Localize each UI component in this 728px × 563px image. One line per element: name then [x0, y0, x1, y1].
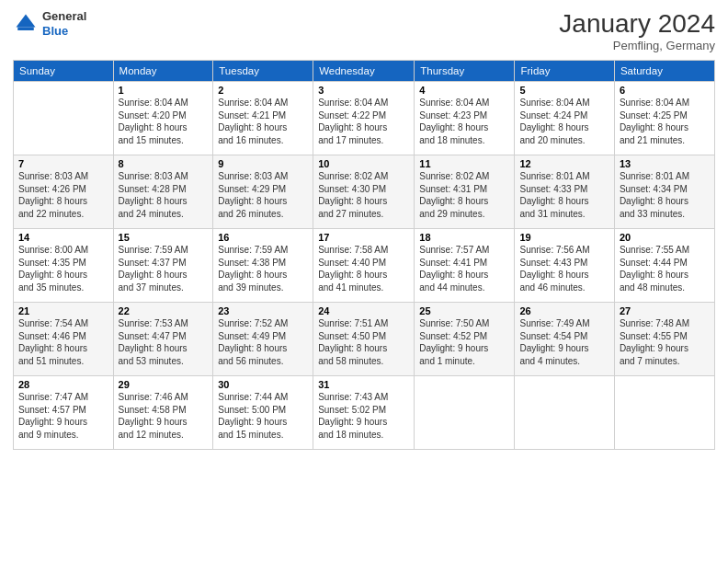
daylight-minutes: and 46 minutes.	[519, 282, 609, 294]
daylight-hours: Daylight: 8 hours	[218, 121, 308, 134]
daylight-hours: Daylight: 8 hours	[18, 342, 108, 355]
daylight-hours: Daylight: 8 hours	[119, 121, 209, 134]
daylight-minutes: and 44 minutes.	[419, 282, 509, 294]
title-section: January 2024 Pemfling, Germany	[559, 9, 715, 52]
day-info: Sunrise: 7:46 AMSunset: 4:58 PMDaylight:…	[119, 391, 209, 441]
sunset-text: Sunset: 4:38 PM	[218, 257, 308, 270]
daylight-minutes: and 4 minutes.	[519, 355, 609, 368]
day-number: 14	[18, 232, 108, 243]
header: General Blue January 2024 Pemfling, Germ…	[13, 9, 715, 52]
day-number: 8	[119, 158, 209, 169]
sunset-text: Sunset: 4:46 PM	[18, 330, 108, 343]
sunrise-text: Sunrise: 7:56 AM	[519, 244, 609, 257]
sunset-text: Sunset: 4:33 PM	[519, 183, 609, 196]
day-cell: 14Sunrise: 8:00 AMSunset: 4:35 PMDayligh…	[14, 229, 114, 303]
daylight-minutes: and 18 minutes.	[318, 429, 409, 442]
day-info: Sunrise: 8:04 AMSunset: 4:21 PMDaylight:…	[218, 97, 308, 146]
day-number: 20	[620, 232, 710, 243]
sunrise-text: Sunrise: 7:49 AM	[519, 317, 609, 330]
sunset-text: Sunset: 4:43 PM	[519, 257, 609, 270]
sunrise-text: Sunrise: 8:03 AM	[18, 170, 108, 183]
week-row-2: 14Sunrise: 8:00 AMSunset: 4:35 PMDayligh…	[14, 229, 715, 303]
day-cell: 13Sunrise: 8:01 AMSunset: 4:34 PMDayligh…	[614, 155, 714, 229]
day-info: Sunrise: 7:43 AMSunset: 5:02 PMDaylight:…	[318, 391, 409, 441]
daylight-minutes: and 1 minute.	[419, 355, 509, 368]
daylight-hours: Daylight: 8 hours	[119, 269, 209, 282]
daylight-hours: Daylight: 9 hours	[18, 416, 108, 429]
day-cell: 12Sunrise: 8:01 AMSunset: 4:33 PMDayligh…	[515, 155, 614, 229]
logo-general: General	[42, 9, 86, 24]
day-cell	[614, 376, 714, 450]
day-info: Sunrise: 8:04 AMSunset: 4:20 PMDaylight:…	[119, 97, 209, 146]
daylight-hours: Daylight: 9 hours	[519, 342, 609, 355]
day-number: 3	[318, 85, 409, 96]
day-info: Sunrise: 8:02 AMSunset: 4:31 PMDaylight:…	[419, 170, 509, 220]
sunset-text: Sunset: 4:31 PM	[419, 183, 509, 196]
day-cell: 20Sunrise: 7:55 AMSunset: 4:44 PMDayligh…	[614, 229, 714, 303]
sunset-text: Sunset: 4:20 PM	[119, 109, 209, 122]
sunset-text: Sunset: 4:23 PM	[419, 109, 509, 122]
day-info: Sunrise: 8:01 AMSunset: 4:34 PMDaylight:…	[620, 170, 710, 220]
sunset-text: Sunset: 4:37 PM	[119, 257, 209, 270]
daylight-minutes: and 26 minutes.	[218, 208, 308, 221]
day-number: 13	[620, 158, 710, 169]
sunset-text: Sunset: 4:57 PM	[18, 404, 108, 417]
daylight-hours: Daylight: 8 hours	[419, 195, 509, 208]
day-cell: 27Sunrise: 7:48 AMSunset: 4:55 PMDayligh…	[614, 303, 714, 376]
calendar-table: SundayMondayTuesdayWednesdayThursdayFrid…	[13, 60, 715, 450]
day-info: Sunrise: 8:04 AMSunset: 4:23 PMDaylight:…	[419, 97, 509, 146]
logo-text: General Blue	[42, 9, 86, 38]
daylight-minutes: and 37 minutes.	[119, 282, 209, 294]
daylight-minutes: and 22 minutes.	[18, 208, 108, 221]
day-info: Sunrise: 8:03 AMSunset: 4:29 PMDaylight:…	[218, 170, 308, 220]
day-cell: 3Sunrise: 8:04 AMSunset: 4:22 PMDaylight…	[313, 82, 415, 155]
week-row-3: 21Sunrise: 7:54 AMSunset: 4:46 PMDayligh…	[14, 303, 715, 376]
svg-rect-1	[17, 27, 34, 30]
daylight-minutes: and 16 minutes.	[218, 134, 308, 147]
daylight-hours: Daylight: 8 hours	[519, 269, 609, 282]
day-info: Sunrise: 7:57 AMSunset: 4:41 PMDaylight:…	[419, 244, 509, 293]
daylight-minutes: and 7 minutes.	[620, 355, 710, 368]
col-header-wednesday: Wednesday	[313, 61, 415, 82]
sunset-text: Sunset: 4:41 PM	[419, 257, 509, 270]
day-number: 25	[419, 305, 509, 316]
sunrise-text: Sunrise: 8:04 AM	[318, 97, 409, 109]
day-number: 30	[218, 379, 308, 390]
day-info: Sunrise: 7:48 AMSunset: 4:55 PMDaylight:…	[620, 317, 710, 367]
day-info: Sunrise: 7:55 AMSunset: 4:44 PMDaylight:…	[620, 244, 710, 293]
daylight-minutes: and 29 minutes.	[419, 208, 509, 221]
week-row-1: 7Sunrise: 8:03 AMSunset: 4:26 PMDaylight…	[14, 155, 715, 229]
day-cell: 29Sunrise: 7:46 AMSunset: 4:58 PMDayligh…	[113, 376, 213, 450]
daylight-minutes: and 9 minutes.	[18, 429, 108, 442]
sunset-text: Sunset: 4:54 PM	[519, 330, 609, 343]
day-number: 18	[419, 232, 509, 243]
day-number: 26	[519, 305, 609, 316]
day-number: 10	[318, 158, 409, 169]
sunset-text: Sunset: 4:55 PM	[620, 330, 710, 343]
month-title: January 2024	[559, 9, 715, 39]
daylight-minutes: and 24 minutes.	[119, 208, 209, 221]
daylight-hours: Daylight: 8 hours	[119, 195, 209, 208]
day-info: Sunrise: 7:59 AMSunset: 4:37 PMDaylight:…	[119, 244, 209, 293]
day-number: 24	[318, 305, 409, 316]
sunrise-text: Sunrise: 7:53 AM	[119, 317, 209, 330]
sunrise-text: Sunrise: 7:50 AM	[419, 317, 509, 330]
daylight-minutes: and 33 minutes.	[620, 208, 710, 221]
daylight-minutes: and 51 minutes.	[18, 355, 108, 368]
daylight-minutes: and 27 minutes.	[318, 208, 409, 221]
daylight-minutes: and 31 minutes.	[519, 208, 609, 221]
daylight-hours: Daylight: 9 hours	[419, 342, 509, 355]
sunrise-text: Sunrise: 8:01 AM	[620, 170, 710, 183]
sunset-text: Sunset: 4:44 PM	[620, 257, 710, 270]
daylight-hours: Daylight: 8 hours	[620, 195, 710, 208]
sunset-text: Sunset: 4:52 PM	[419, 330, 509, 343]
day-cell: 6Sunrise: 8:04 AMSunset: 4:25 PMDaylight…	[614, 82, 714, 155]
day-info: Sunrise: 7:49 AMSunset: 4:54 PMDaylight:…	[519, 317, 609, 367]
day-info: Sunrise: 7:51 AMSunset: 4:50 PMDaylight:…	[318, 317, 409, 367]
day-cell: 30Sunrise: 7:44 AMSunset: 5:00 PMDayligh…	[213, 376, 313, 450]
sunset-text: Sunset: 4:24 PM	[519, 109, 609, 122]
day-cell: 31Sunrise: 7:43 AMSunset: 5:02 PMDayligh…	[313, 376, 415, 450]
daylight-minutes: and 18 minutes.	[419, 134, 509, 147]
sunrise-text: Sunrise: 8:04 AM	[119, 97, 209, 109]
daylight-minutes: and 17 minutes.	[318, 134, 409, 147]
